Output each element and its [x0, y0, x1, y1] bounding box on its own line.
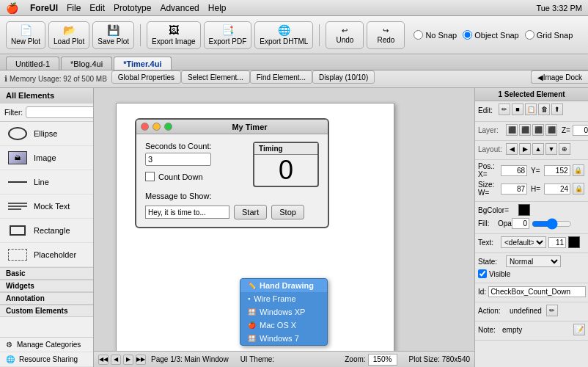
edit-delete-icon[interactable]: 🗑	[538, 103, 550, 115]
select-element-button[interactable]: Select Element...	[181, 70, 250, 84]
layer-icon-4[interactable]: ⬛	[545, 124, 557, 136]
opacity-slider[interactable]	[532, 220, 572, 228]
opacity-value-input[interactable]	[512, 218, 529, 229]
edit-menu[interactable]: Edit	[89, 3, 105, 13]
canvas-page[interactable]: My Timer Seconds to Count:	[116, 103, 394, 351]
grid-snap-radio[interactable]	[525, 30, 534, 40]
layout-down-icon[interactable]: ▼	[545, 143, 557, 155]
edit-copy-icon[interactable]: 📋	[525, 103, 537, 115]
filter-input[interactable]	[26, 106, 94, 118]
sidebar-item-image[interactable]: 🏔 Image	[0, 146, 93, 170]
layout-up-icon[interactable]: ▲	[532, 143, 544, 155]
sidebar-section-annotation[interactable]: Annotation	[0, 292, 93, 305]
nav-prev-button[interactable]: ◀	[111, 355, 121, 365]
layout-right-icon[interactable]: ▶	[519, 143, 531, 155]
sidebar-item-mocktext[interactable]: Mock Text	[0, 195, 93, 219]
dropdown-item-winxp[interactable]: 🪟 Windows XP	[240, 305, 327, 319]
bgcolor-swatch[interactable]	[518, 204, 530, 216]
nav-last-button[interactable]: ▶▶	[136, 355, 146, 365]
sidebar-section-basic[interactable]: Basic	[0, 267, 93, 280]
id-input[interactable]	[488, 286, 586, 297]
pos-y-input[interactable]	[544, 165, 570, 176]
dropdown-item-win7[interactable]: 🪟 Windows 7	[240, 332, 327, 345]
zoom-input[interactable]	[368, 354, 397, 366]
edit-pencil-icon[interactable]: ✏	[499, 103, 510, 115]
widget-my-timer[interactable]: My Timer Seconds to Count:	[135, 118, 329, 228]
save-plot-button[interactable]: 💾 Save Plot	[92, 21, 134, 49]
size-h-input[interactable]	[544, 184, 570, 195]
size-lock-icon[interactable]: 🔒	[573, 183, 584, 195]
layer-icon-3[interactable]: ⬛	[532, 124, 544, 136]
new-plot-button[interactable]: 📄 New Plot	[6, 21, 45, 49]
nav-first-button[interactable]: ◀◀	[98, 355, 109, 365]
canvas-scroll[interactable]: My Timer Seconds to Count:	[94, 88, 474, 351]
minimize-button[interactable]	[152, 123, 161, 131]
help-menu[interactable]: Help	[208, 3, 227, 13]
export-pdf-button[interactable]: 📑 Export PDF	[204, 21, 252, 49]
app-name-menu[interactable]: ForeUI	[30, 3, 58, 13]
sidebar-item-ellipse[interactable]: Ellipse	[0, 122, 93, 146]
pos-lock-icon[interactable]: 🔒	[573, 164, 584, 176]
dropdown-menu[interactable]: ✏️ Hand Drawing ▪ Wire Frame 🪟 Windows X…	[240, 278, 328, 346]
sidebar-item-line[interactable]: Line	[0, 170, 93, 195]
apple-menu[interactable]: 🍎	[6, 2, 18, 14]
state-select[interactable]: Normal	[506, 255, 561, 267]
canvas-area[interactable]: My Timer Seconds to Count:	[94, 88, 474, 367]
sidebar-item-rectangle[interactable]: Rectangle	[0, 219, 93, 243]
layer-icon-1[interactable]: ⬛	[506, 124, 518, 136]
export-dhtml-button[interactable]: 🌐 Export DHTML	[254, 21, 313, 49]
message-input[interactable]	[145, 206, 229, 219]
maximize-button[interactable]	[164, 123, 172, 131]
sidebar-item-placeholder[interactable]: Placeholder	[0, 243, 93, 267]
visible-label: Visible	[489, 270, 510, 278]
layout-extra-icon[interactable]: ⊕	[559, 143, 570, 155]
tab-untitled1[interactable]: Untitled-1	[6, 57, 59, 70]
display-button[interactable]: Display (10/10)	[312, 70, 375, 84]
object-snap-radio[interactable]	[463, 30, 472, 40]
image-dock-button[interactable]: ◀ Image Dock	[531, 70, 588, 84]
visible-checkbox[interactable]	[478, 269, 487, 278]
text-color-swatch[interactable]	[568, 236, 580, 248]
manage-categories-item[interactable]: ⚙ Manage Categories	[0, 338, 93, 352]
dropdown-item-handdrawing[interactable]: ✏️ Hand Drawing	[240, 279, 327, 292]
no-snap-option[interactable]: No Snap	[414, 30, 457, 40]
countdown-checkbox[interactable]	[145, 172, 155, 181]
pos-x-input[interactable]	[501, 165, 527, 176]
text-size-input[interactable]	[548, 237, 566, 248]
action-edit-icon[interactable]: ✏	[546, 305, 558, 316]
resource-sharing-item[interactable]: 🌐 Resource Sharing	[0, 352, 93, 367]
h-label: H=	[531, 185, 540, 193]
dropdown-item-wireframe[interactable]: ▪ Wire Frame	[240, 292, 327, 305]
prototype-menu[interactable]: Prototype	[114, 3, 151, 13]
sidebar-section-widgets[interactable]: Widgets	[0, 280, 93, 292]
z-value-input[interactable]	[573, 125, 588, 136]
find-element-button[interactable]: Find Element...	[250, 70, 312, 84]
redo-button[interactable]: ↪ Redo	[367, 21, 405, 49]
load-plot-button[interactable]: 📂 Load Plot	[48, 21, 89, 49]
advanced-menu[interactable]: Advanced	[160, 3, 199, 13]
edit-fill-icon[interactable]: ■	[512, 103, 523, 115]
stop-button[interactable]: Stop	[271, 205, 304, 219]
sidebar-section-custom[interactable]: Custom Elements	[0, 305, 93, 317]
undo-button[interactable]: ↩ Undo	[326, 21, 364, 49]
file-menu[interactable]: File	[67, 3, 81, 13]
global-properties-button[interactable]: Global Properties	[111, 70, 181, 84]
export-image-button[interactable]: 🖼 Export Image	[147, 21, 200, 49]
note-edit-icon[interactable]: 📝	[573, 324, 585, 335]
size-w-input[interactable]	[501, 184, 527, 195]
layout-left-icon[interactable]: ◀	[506, 143, 518, 155]
no-snap-radio[interactable]	[414, 30, 423, 40]
tab-timer4ui[interactable]: *Timer.4ui	[114, 57, 171, 70]
grid-snap-option[interactable]: Grid Snap	[525, 30, 573, 40]
seconds-input[interactable]	[145, 153, 211, 166]
tab-blog4ui[interactable]: *Blog.4ui	[61, 57, 112, 70]
line-shape-icon	[8, 181, 27, 183]
nav-next-button[interactable]: ▶	[123, 355, 133, 365]
close-button[interactable]	[141, 123, 149, 131]
text-font-select[interactable]: <default>	[501, 236, 546, 248]
start-button[interactable]: Start	[234, 205, 267, 219]
layer-icon-2[interactable]: ⬛	[519, 124, 531, 136]
dropdown-item-macosx[interactable]: 🍎 Mac OS X	[240, 319, 327, 332]
object-snap-option[interactable]: Object Snap	[463, 30, 519, 40]
edit-up-icon[interactable]: ⬆	[551, 103, 563, 115]
